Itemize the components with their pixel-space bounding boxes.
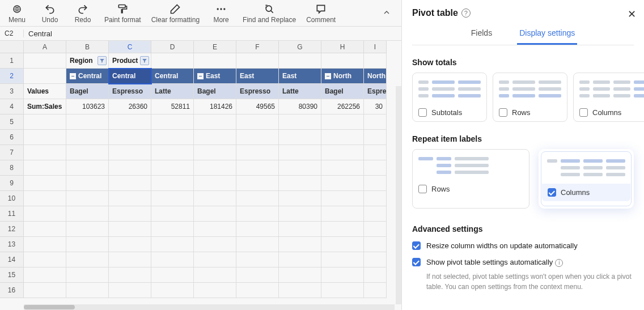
columns-checkbox[interactable] [579,108,588,117]
svg-point-5 [217,8,219,10]
repeat-columns-card[interactable]: Columns [541,151,632,206]
row-header[interactable]: 6 [0,130,24,145]
product-cell[interactable]: Latte [151,84,194,99]
row-header[interactable]: 13 [0,237,24,252]
region-cell[interactable]: North [321,69,364,84]
cell[interactable] [321,53,364,69]
cell[interactable] [24,69,66,84]
resize-auto-checkbox[interactable] [412,241,421,250]
help-icon[interactable]: ? [461,9,471,18]
comment-button[interactable]: Comment [306,3,336,24]
clear-formatting-button[interactable]: Clear formatting [151,3,200,24]
tab-fields[interactable]: Fields [469,24,494,45]
product-cell[interactable]: Espresso [236,84,279,99]
col-header[interactable]: I [364,41,387,53]
col-header[interactable]: H [321,41,364,53]
repeat-columns-checkbox[interactable] [548,188,556,197]
region-header-cell[interactable]: Region [66,53,109,69]
region-cell[interactable]: North [364,69,387,84]
row-header[interactable]: 3 [0,84,24,99]
col-header[interactable]: A [24,41,66,53]
sum-sales-label[interactable]: Sum:Sales [24,99,66,114]
col-header[interactable]: D [151,41,194,53]
horizontal-scrollbar[interactable] [24,304,395,310]
info-icon[interactable]: i [555,259,563,267]
row-header[interactable]: 14 [0,252,24,267]
values-header[interactable]: Values [24,84,66,99]
show-auto-checkbox[interactable] [412,258,421,266]
product-header-cell[interactable]: Product [109,53,151,69]
collapse-icon[interactable] [70,73,76,79]
data-cell[interactable]: 30 [364,99,387,114]
col-header[interactable]: C [109,41,151,53]
collapse-icon[interactable] [325,73,331,79]
more-button[interactable]: More [210,3,232,24]
data-cell[interactable]: 103623 [66,99,109,114]
row-header[interactable]: 1 [0,53,24,69]
row-header[interactable]: 10 [0,191,24,206]
menu-button[interactable]: Menu [6,3,28,24]
select-all-corner[interactable] [0,41,24,53]
subtotals-card[interactable]: Subtotals [412,73,487,122]
collapse-toolbar-button[interactable] [382,8,391,19]
data-cell[interactable]: 262256 [321,99,364,114]
row-header[interactable]: 15 [0,267,24,283]
row-header[interactable]: 11 [0,206,24,222]
product-cell[interactable]: Bagel [321,84,364,99]
rows-checkbox[interactable] [499,108,507,117]
cell[interactable] [236,53,279,69]
product-cell[interactable]: Latte [279,84,321,99]
columns-totals-card[interactable]: Columns [573,73,644,122]
data-cell[interactable]: 80390 [279,99,321,114]
col-header[interactable]: B [66,41,109,53]
cell[interactable] [151,53,194,69]
cell[interactable] [24,53,66,69]
product-cell[interactable]: Bagel [66,84,109,99]
data-cell[interactable]: 26360 [109,99,151,114]
rows-totals-card[interactable]: Rows [493,73,567,122]
row-header[interactable]: 12 [0,222,24,237]
scrollbar-thumb[interactable] [24,305,75,309]
toolbar: Menu Undo Redo Paint format Clear format… [0,0,401,26]
subtotals-checkbox[interactable] [418,108,427,117]
undo-button[interactable]: Undo [39,3,61,24]
redo-button[interactable]: Redo [71,3,94,24]
row-header[interactable]: 5 [0,114,24,130]
product-cell[interactable]: Espresso [109,84,151,99]
collapse-icon[interactable] [197,73,204,79]
repeat-rows-card[interactable]: Rows [412,149,529,209]
row-header[interactable]: 9 [0,176,24,191]
row-header[interactable]: 4 [0,99,24,114]
data-cell[interactable]: 49565 [236,99,279,114]
name-box[interactable]: C2 [0,29,24,37]
row-header[interactable]: 2 [0,69,24,84]
region-cell[interactable]: East [236,69,279,84]
cell[interactable] [194,53,236,69]
region-cell[interactable]: Central [151,69,194,84]
data-cell[interactable]: 52811 [151,99,194,114]
filter-icon[interactable] [98,56,107,65]
formula-value[interactable]: Central [24,29,57,38]
tab-display-settings[interactable]: Display settings [517,24,577,45]
find-replace-button[interactable]: Find and Replace [243,3,296,24]
col-header[interactable]: F [236,41,279,53]
col-header[interactable]: E [194,41,236,53]
row-header[interactable]: 16 [0,283,24,298]
vertical-scrollbar[interactable] [396,86,401,304]
data-cell[interactable]: 181426 [194,99,236,114]
repeat-rows-checkbox[interactable] [418,185,427,193]
product-cell[interactable]: Espres [364,84,387,99]
region-cell[interactable]: East [194,69,236,84]
filter-icon[interactable] [140,56,149,65]
cell[interactable] [279,53,321,69]
region-cell[interactable]: Central [66,69,109,84]
close-icon[interactable]: ✕ [628,8,636,20]
row-header[interactable]: 7 [0,145,24,160]
row-header[interactable]: 8 [0,160,24,176]
region-cell-selected[interactable]: Central [109,69,151,84]
region-cell[interactable]: East [279,69,321,84]
paint-format-button[interactable]: Paint format [104,3,141,24]
product-cell[interactable]: Bagel [194,84,236,99]
cell[interactable] [364,53,387,69]
col-header[interactable]: G [279,41,321,53]
